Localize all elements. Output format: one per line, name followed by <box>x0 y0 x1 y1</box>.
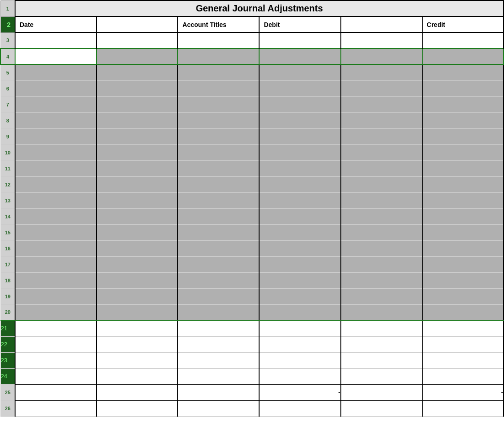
row-num-4: 4 <box>0 48 15 64</box>
cell-4-spacer2 <box>341 48 422 64</box>
row-num-7: 7 <box>0 96 15 112</box>
header-account: Account Titles <box>178 16 259 32</box>
cell-4-debit[interactable] <box>259 48 340 64</box>
data-row-3: 3 <box>0 32 504 48</box>
data-row-11: 11 <box>0 160 504 176</box>
cell-4-account[interactable] <box>178 48 259 64</box>
row-num-20: 20 <box>0 304 15 320</box>
cell-3-spacer1 <box>96 32 178 48</box>
title-cell: General Journal Adjustments <box>15 0 504 16</box>
cell-25-credit-dash: - <box>422 384 504 400</box>
data-row-4: 4 <box>0 48 504 64</box>
data-row-9: 9 <box>0 128 504 144</box>
data-row-20: 20 <box>0 304 504 320</box>
row-num-10: 10 <box>0 144 15 160</box>
row-num-19: 19 <box>0 288 15 304</box>
cell-4-spacer1 <box>96 48 178 64</box>
spreadsheet: 1 General Journal Adjustments 2 Date Acc… <box>0 0 504 417</box>
cell-25-debit-dash: - <box>259 384 340 400</box>
cell-5-debit[interactable] <box>259 64 340 80</box>
data-row-15: 15 <box>0 224 504 240</box>
data-row-26: 26 <box>0 400 504 416</box>
cell-5-spacer1 <box>96 64 178 80</box>
data-row-16: 16 <box>0 240 504 256</box>
header-row: 2 Date Account Titles Debit Credit <box>0 16 504 32</box>
row-num-18: 18 <box>0 272 15 288</box>
title-row: 1 General Journal Adjustments <box>0 0 504 16</box>
row-num-8: 8 <box>0 112 15 128</box>
row-num-25: 25 <box>0 384 15 400</box>
cell-3-credit[interactable] <box>422 32 504 48</box>
row-num-11: 11 <box>0 160 15 176</box>
row-num-21: 21 <box>0 320 15 336</box>
header-spacer1 <box>96 16 178 32</box>
cell-5-credit[interactable] <box>422 64 504 80</box>
data-row-18: 18 <box>0 272 504 288</box>
row-num-3: 3 <box>0 32 15 48</box>
row-num-5: 5 <box>0 64 15 80</box>
header-debit: Debit <box>259 16 340 32</box>
cell-3-debit[interactable] <box>259 32 340 48</box>
row-num-14: 14 <box>0 208 15 224</box>
row-num-22: 22 <box>0 336 15 352</box>
row-num-26: 26 <box>0 400 15 416</box>
cell-4-credit[interactable] <box>422 48 504 64</box>
cell-5-account[interactable] <box>178 64 259 80</box>
data-row-14: 14 <box>0 208 504 224</box>
data-row-19: 19 <box>0 288 504 304</box>
data-row-5: 5 <box>0 64 504 80</box>
cell-5-spacer2 <box>341 64 422 80</box>
row-num-15: 15 <box>0 224 15 240</box>
data-row-6: 6 <box>0 80 504 96</box>
row-num-1: 1 <box>0 0 15 16</box>
header-credit: Credit <box>422 16 504 32</box>
data-row-25: 25 - - <box>0 384 504 400</box>
data-row-21: 21 <box>0 320 504 336</box>
cell-5-date[interactable] <box>15 64 96 80</box>
data-row-8: 8 <box>0 112 504 128</box>
data-row-12: 12 <box>0 176 504 192</box>
cell-6-date[interactable] <box>15 80 96 96</box>
row-num-12: 12 <box>0 176 15 192</box>
header-date: Date <box>15 16 96 32</box>
cell-3-date[interactable] <box>15 32 96 48</box>
row-num-23: 23 <box>0 352 15 368</box>
row-num-13: 13 <box>0 192 15 208</box>
data-row-23: 23 <box>0 352 504 368</box>
cell-3-spacer2 <box>341 32 422 48</box>
cell-4-date[interactable] <box>15 48 96 64</box>
row-num-24: 24 <box>0 368 15 384</box>
data-row-7: 7 <box>0 96 504 112</box>
data-row-13: 13 <box>0 192 504 208</box>
row-num-9: 9 <box>0 128 15 144</box>
cell-3-account[interactable] <box>178 32 259 48</box>
header-spacer2 <box>341 16 422 32</box>
row-num-16: 16 <box>0 240 15 256</box>
data-row-10: 10 <box>0 144 504 160</box>
row-num-2: 2 <box>0 16 15 32</box>
row-num-17: 17 <box>0 256 15 272</box>
data-row-22: 22 <box>0 336 504 352</box>
row-num-6: 6 <box>0 80 15 96</box>
data-row-24: 24 <box>0 368 504 384</box>
data-row-17: 17 <box>0 256 504 272</box>
